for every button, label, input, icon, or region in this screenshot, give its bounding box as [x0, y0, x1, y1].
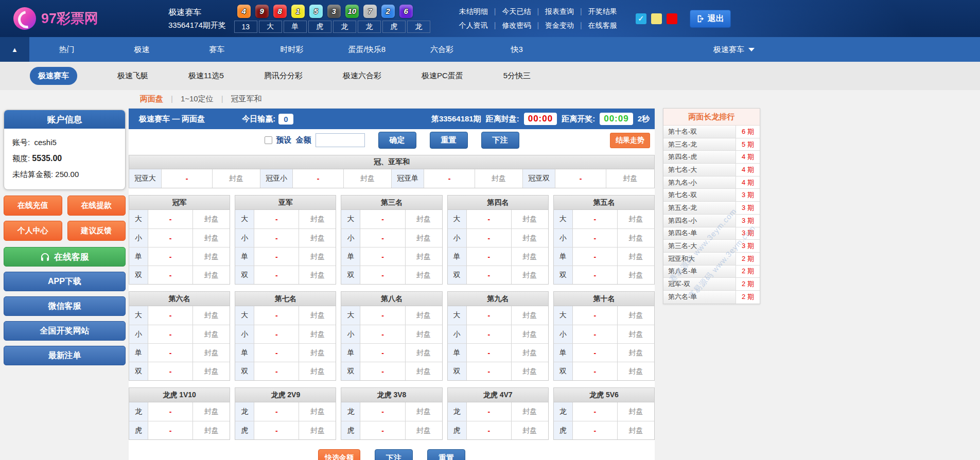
nav-collapse-toggle[interactable]: ▲: [0, 37, 29, 62]
bet-odds-cell[interactable]: -: [254, 210, 299, 228]
subnav-item[interactable]: 极速飞艇: [117, 71, 148, 81]
top-link[interactable]: 未结明细: [459, 5, 488, 19]
nav-item[interactable]: 蛋蛋/快乐8: [329, 45, 405, 55]
bet-odds-cell[interactable]: -: [573, 210, 618, 228]
confirm-button[interactable]: 确定: [378, 132, 416, 149]
bet-odds-cell[interactable]: -: [254, 266, 299, 284]
bet-odds-cell[interactable]: -: [254, 362, 299, 380]
bet-odds-cell[interactable]: -: [573, 344, 618, 362]
subnav-item[interactable]: 极速六合彩: [343, 71, 381, 81]
top-link[interactable]: 报表查询: [531, 5, 574, 19]
subnav-item[interactable]: 腾讯分分彩: [264, 71, 303, 81]
bet-odds-cell[interactable]: -: [424, 169, 475, 188]
bet-odds-cell[interactable]: -: [467, 421, 512, 439]
sidebar-button[interactable]: 全国开奖网站: [4, 321, 126, 341]
bet-odds-cell[interactable]: -: [148, 421, 193, 439]
bet-odds-cell[interactable]: -: [573, 306, 618, 325]
logout-button[interactable]: 退出: [690, 10, 731, 28]
bet-odds-cell[interactable]: -: [360, 344, 405, 362]
bet-odds-cell[interactable]: -: [148, 247, 193, 266]
ranking-row[interactable]: 第八名-单2 期: [663, 266, 760, 278]
bet-button-bottom[interactable]: 下注: [375, 449, 413, 460]
bet-odds-cell[interactable]: -: [360, 402, 405, 421]
bet-odds-cell[interactable]: -: [254, 306, 299, 325]
sidebar-button[interactable]: 最新注单: [4, 346, 126, 365]
bet-odds-cell[interactable]: -: [360, 362, 405, 380]
nav-item[interactable]: 赛车: [179, 45, 254, 55]
ranking-row[interactable]: 第四名-虎4 期: [663, 151, 760, 164]
bet-odds-cell[interactable]: -: [360, 325, 405, 343]
bet-odds-cell[interactable]: -: [254, 344, 299, 362]
online-service-button[interactable]: 在线客服: [4, 247, 126, 267]
reset-button[interactable]: 重置: [430, 132, 468, 149]
bet-odds-cell[interactable]: -: [148, 325, 193, 343]
bet-odds-cell[interactable]: -: [360, 421, 405, 439]
ranking-row[interactable]: 冠军-双2 期: [663, 278, 760, 291]
bet-odds-cell[interactable]: -: [573, 229, 618, 247]
bet-odds-cell[interactable]: -: [254, 421, 299, 439]
bet-odds-cell[interactable]: -: [467, 402, 512, 421]
breadcrumb-item[interactable]: 冠亚军和: [214, 94, 262, 104]
theme-swatch[interactable]: [667, 13, 677, 24]
bet-odds-cell[interactable]: -: [148, 402, 193, 421]
bet-odds-cell[interactable]: -: [148, 344, 193, 362]
bet-odds-cell[interactable]: -: [254, 229, 299, 247]
bet-odds-cell[interactable]: -: [162, 169, 213, 188]
breadcrumb-item[interactable]: 1~10定位: [163, 94, 214, 104]
bet-odds-cell[interactable]: -: [573, 402, 618, 421]
bet-odds-cell[interactable]: -: [148, 229, 193, 247]
top-link[interactable]: 个人资讯: [459, 19, 488, 32]
top-link[interactable]: 在线客服: [574, 19, 617, 32]
bet-odds-cell[interactable]: -: [360, 266, 405, 284]
result-trend-button[interactable]: 结果走势: [610, 133, 650, 148]
bet-odds-cell[interactable]: -: [573, 247, 618, 266]
site-logo[interactable]: 97彩票网: [13, 7, 134, 30]
bet-odds-cell[interactable]: -: [573, 362, 618, 380]
ranking-row[interactable]: 第五名-龙3 期: [663, 202, 760, 215]
bet-odds-cell[interactable]: -: [360, 306, 405, 325]
ranking-row[interactable]: 第七名-双3 期: [663, 189, 760, 202]
theme-swatch[interactable]: [651, 13, 662, 24]
bet-odds-cell[interactable]: -: [148, 266, 193, 284]
nav-current-game-dropdown[interactable]: 极速赛车: [713, 45, 755, 55]
bet-odds-cell[interactable]: -: [254, 325, 299, 343]
sidebar-button[interactable]: 微信客服: [4, 296, 126, 316]
bet-odds-cell[interactable]: -: [467, 266, 512, 284]
bet-odds-cell[interactable]: -: [573, 325, 618, 343]
nav-item[interactable]: 极速: [104, 45, 180, 55]
sidebar-button[interactable]: 在线充值: [4, 196, 62, 216]
sidebar-button[interactable]: 建议反馈: [67, 221, 126, 241]
sidebar-button[interactable]: APP下载: [4, 272, 126, 291]
ranking-row[interactable]: 第三名-龙5 期: [663, 138, 760, 151]
bet-odds-cell[interactable]: -: [467, 362, 512, 380]
nav-item[interactable]: 快3: [479, 45, 554, 55]
subnav-item[interactable]: 极速11选5: [188, 71, 224, 81]
subnav-item[interactable]: 5分快三: [503, 71, 531, 81]
bet-odds-cell[interactable]: -: [148, 210, 193, 228]
subnav-item[interactable]: 极速PC蛋蛋: [422, 71, 463, 81]
bet-odds-cell[interactable]: -: [467, 229, 512, 247]
top-link[interactable]: 开奖结果: [574, 5, 617, 19]
ranking-row[interactable]: 第六名-单2 期: [663, 291, 760, 304]
nav-item[interactable]: 时时彩: [254, 45, 329, 55]
nav-item[interactable]: 热门: [29, 45, 104, 55]
top-link[interactable]: 修改密码: [488, 19, 531, 32]
bet-odds-cell[interactable]: -: [148, 306, 193, 325]
ranking-row[interactable]: 第三名-大3 期: [663, 240, 760, 253]
sidebar-button[interactable]: 个人中心: [4, 221, 62, 241]
reset-button-bottom[interactable]: 重置: [427, 449, 465, 460]
bet-odds-cell[interactable]: -: [360, 247, 405, 266]
amount-input[interactable]: [316, 133, 365, 147]
bet-odds-cell[interactable]: -: [555, 169, 606, 188]
nav-item[interactable]: 六合彩: [405, 45, 480, 55]
bet-odds-cell[interactable]: -: [467, 325, 512, 343]
bet-odds-cell[interactable]: -: [254, 402, 299, 421]
top-link[interactable]: 资金变动: [531, 19, 574, 32]
bet-odds-cell[interactable]: -: [360, 210, 405, 228]
top-link[interactable]: 今天已结: [488, 5, 531, 19]
breadcrumb-item[interactable]: 两面盘: [140, 94, 163, 104]
ranking-row[interactable]: 第四名-小3 期: [663, 215, 760, 227]
ranking-row[interactable]: 冠亚和大2 期: [663, 253, 760, 266]
preset-checkbox[interactable]: [265, 136, 272, 144]
quick-amount-button[interactable]: 快选金额: [318, 449, 360, 460]
